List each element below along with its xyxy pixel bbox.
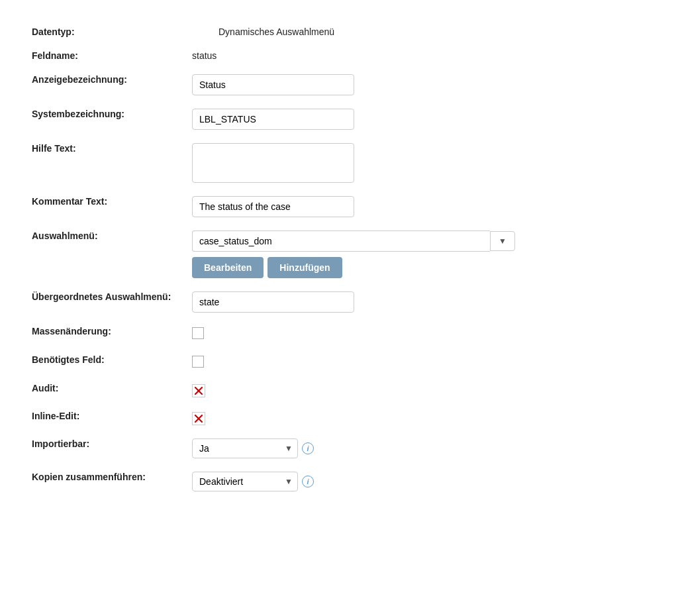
auswahlmenu-label: Auswahlmenü: xyxy=(32,231,98,241)
auswahlmenu-row: Auswahlmenü: ▼ Bearbeiten Hinzufügen xyxy=(26,224,622,285)
importierbar-select-wrapper: Ja Nein ▼ xyxy=(192,438,298,458)
uebergeordnetes-row: Übergeordnetes Auswahlmenü: xyxy=(26,285,622,319)
kopien-select[interactable]: Deaktiviert Aktiviert xyxy=(192,472,298,491)
kommentartext-label: Kommentar Text: xyxy=(32,196,107,207)
benoetigtes-checkbox[interactable] xyxy=(192,356,204,368)
auswahlmenu-dropdown-button[interactable]: ▼ xyxy=(490,231,515,251)
massenanderung-label: Massenänderung: xyxy=(32,326,111,336)
dropdown-arrow-icon: ▼ xyxy=(499,236,507,246)
uebergeordnetes-label: Übergeordnetes Auswahlmenü: xyxy=(32,291,171,302)
bearbeiten-button[interactable]: Bearbeiten xyxy=(192,257,264,278)
systembezeichnung-input[interactable] xyxy=(192,109,354,130)
audit-row: Audit: xyxy=(26,376,622,404)
systembezeichnung-row: Systembezeichnung: xyxy=(26,102,622,136)
inlineedit-x-icon xyxy=(194,414,203,423)
importierbar-info-icon[interactable]: i xyxy=(302,442,314,454)
inlineedit-checkbox[interactable] xyxy=(192,412,205,425)
importierbar-wrapper: Ja Nein ▼ i xyxy=(192,438,617,458)
inlineedit-label: Inline-Edit: xyxy=(32,411,79,421)
form-table: Datentyp: Dynamisches Auswahlmenü Feldna… xyxy=(26,20,622,498)
importierbar-select[interactable]: Ja Nein xyxy=(192,438,298,458)
kopien-row: Kopien zusammenführen: Deaktiviert Aktiv… xyxy=(26,465,622,498)
inlineedit-row: Inline-Edit: xyxy=(26,404,622,432)
datentyp-row: Datentyp: Dynamisches Auswahlmenü xyxy=(26,20,622,44)
systembezeichnung-label: Systembezeichnung: xyxy=(32,109,124,119)
benoetigtes-row: Benötigtes Feld: xyxy=(26,348,622,376)
datentyp-value: Dynamisches Auswahlmenü xyxy=(218,26,334,37)
uebergeordnetes-input[interactable] xyxy=(192,291,354,313)
massenanderung-row: Massenänderung: xyxy=(26,319,622,348)
importierbar-label: Importierbar: xyxy=(32,438,89,449)
auswahlmenu-input[interactable] xyxy=(192,231,490,252)
kopien-wrapper: Deaktiviert Aktiviert ▼ i xyxy=(192,472,617,491)
kommentartext-input[interactable] xyxy=(192,196,354,217)
importierbar-row: Importierbar: Ja Nein ▼ i xyxy=(26,432,622,465)
hilfetext-row: Hilfe Text: xyxy=(26,136,622,189)
benoetigtes-label: Benötigtes Feld: xyxy=(32,354,105,365)
audit-x-icon xyxy=(194,386,203,395)
auswahlmenu-buttons: Bearbeiten Hinzufügen xyxy=(192,257,617,278)
auswahlmenu-wrapper: ▼ xyxy=(192,231,617,252)
audit-label: Audit: xyxy=(32,383,58,393)
kommentartext-row: Kommentar Text: xyxy=(26,189,622,224)
hinzufuegen-button[interactable]: Hinzufügen xyxy=(267,257,342,278)
anzeigebezeichnung-row: Anzeigebezeichnung: xyxy=(26,68,622,102)
kopien-label: Kopien zusammenführen: xyxy=(32,472,146,482)
audit-checkbox[interactable] xyxy=(192,384,205,397)
hilfetext-input[interactable] xyxy=(192,143,354,183)
kopien-info-icon[interactable]: i xyxy=(302,476,314,488)
massenanderung-checkbox[interactable] xyxy=(192,327,204,339)
feldname-value: status xyxy=(192,50,217,61)
hilfetext-label: Hilfe Text: xyxy=(32,143,76,154)
anzeigebezeichnung-input[interactable] xyxy=(192,74,354,95)
datentyp-label: Datentyp: xyxy=(32,26,75,37)
feldname-row: Feldname: status xyxy=(26,44,622,68)
kopien-select-wrapper: Deaktiviert Aktiviert ▼ xyxy=(192,472,298,491)
anzeigebezeichnung-label: Anzeigebezeichnung: xyxy=(32,74,127,85)
feldname-label: Feldname: xyxy=(32,50,78,61)
